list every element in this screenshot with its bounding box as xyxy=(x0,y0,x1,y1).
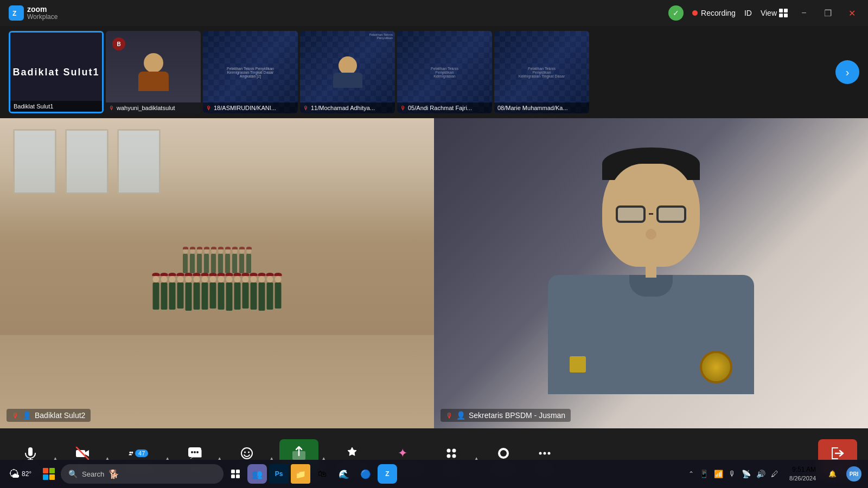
video-content-left xyxy=(0,118,434,428)
video-pane-left: 🎙 👤 Badiklat Sulut2 xyxy=(0,118,434,428)
mic-muted-icon: 🎙 xyxy=(303,105,309,111)
grid-cell xyxy=(779,9,783,12)
video-pane-right: 🎙 👤 Sekretaris BPSDM - Jusman xyxy=(434,118,868,428)
thumbnail-next-button[interactable]: › xyxy=(835,60,859,84)
glasses xyxy=(616,204,686,224)
video-person-icon: 👤 xyxy=(22,411,31,420)
volume-icon[interactable]: 🔊 xyxy=(756,470,765,478)
svg-point-24 xyxy=(548,452,551,455)
neck xyxy=(646,267,656,278)
thumbnail-item[interactable]: Pelatihan TeknisPenyidikanKeimigrasian T… xyxy=(494,31,589,113)
thumb-name: 08/Marie Muhammad/Ka... xyxy=(497,105,568,111)
thumb-name: 05/Andi Rachmat Fajri... xyxy=(408,105,472,111)
svg-point-17 xyxy=(452,449,456,453)
grid-cell xyxy=(779,14,783,17)
zoom-logo-sub: Workplace xyxy=(27,14,58,21)
weather-temp: 82° xyxy=(22,470,31,478)
video-sim-left xyxy=(0,118,434,428)
recording-dot xyxy=(692,10,698,16)
thumb-content: B xyxy=(106,31,201,113)
svg-point-7 xyxy=(130,452,131,453)
badge-icon xyxy=(700,351,732,383)
thumb-label: 🎙 05/Andi Rachmat Fajri... xyxy=(397,102,492,113)
task-view-button[interactable] xyxy=(226,464,245,484)
thumbnail-item[interactable]: Pelatihan TeknisPenyidikanKeimigrasian 🎙… xyxy=(397,31,492,113)
wifi-icon[interactable]: 📡 xyxy=(742,470,751,478)
thumb-content: Badiklat Sulut1 xyxy=(10,33,102,112)
id-badge[interactable]: ID xyxy=(744,9,752,17)
taskbar-ps-icon[interactable]: Ps xyxy=(269,464,289,484)
close-button[interactable]: ✕ xyxy=(844,5,859,21)
thumbnail-item[interactable]: Pelatihan Teknis PenyidikanKeimigrasian … xyxy=(203,31,298,113)
thumbnail-item[interactable]: Badiklat Sulut1 Badiklat Sulut1 xyxy=(9,31,104,113)
network-icon[interactable]: 📶 xyxy=(714,470,723,478)
svg-point-11 xyxy=(194,451,196,453)
svg-point-14 xyxy=(248,452,250,453)
windows-logo xyxy=(43,468,55,480)
participants-count: 47 xyxy=(135,450,148,457)
thumb-label: 🎙 18/ASMIRUDIN/KANI... xyxy=(203,102,298,113)
video-label-left: 🎙 👤 Badiklat Sulut2 xyxy=(7,409,91,422)
taskbar-extras: 🔔 PRI xyxy=(822,464,864,484)
thumb-label: 🎙 wahyuni_badiklatsulut xyxy=(106,102,201,113)
svg-point-16 xyxy=(447,449,451,453)
taskbar-search-box[interactable]: 🔍 Search 🐕 xyxy=(61,464,224,484)
restore-button[interactable]: ❐ xyxy=(820,5,835,21)
video-person-icon: 👤 xyxy=(456,411,465,420)
start-button[interactable] xyxy=(39,464,59,484)
video-content-right xyxy=(434,118,868,428)
language-button[interactable]: PRI xyxy=(844,464,864,484)
clock-date: 8/26/2024 xyxy=(789,474,816,483)
thumb-name: wahyuni_badiklatsulut xyxy=(117,105,175,111)
search-placeholder: Search xyxy=(82,470,104,478)
svg-rect-25 xyxy=(231,470,235,473)
logo-cell-red xyxy=(43,468,48,473)
mic-muted-icon: 🎙 xyxy=(446,412,453,420)
taskbar-clock[interactable]: 9:51 AM 8/26/2024 xyxy=(785,463,820,485)
taskbar-weather: 🌤 82° xyxy=(4,466,37,483)
taskbar-zoom-icon[interactable]: Z xyxy=(378,464,397,484)
svg-point-23 xyxy=(544,452,546,455)
taskbar-files-icon[interactable]: 📁 xyxy=(291,464,310,484)
thumbnail-item[interactable]: B 🎙 wahyuni_badiklatsulut xyxy=(106,31,201,113)
recording-label: Recording xyxy=(701,9,736,17)
grid-cell xyxy=(784,14,788,17)
tablet-mode-icon: 📱 xyxy=(699,470,709,478)
search-icon: 🔍 xyxy=(68,470,78,478)
chevron-up-icon[interactable]: ⌃ xyxy=(688,470,694,478)
svg-point-18 xyxy=(447,454,451,458)
person-head xyxy=(602,153,700,267)
taskbar-chrome-icon[interactable]: 🔵 xyxy=(356,464,375,484)
thumb-label: 08/Marie Muhammad/Ka... xyxy=(494,102,589,113)
system-tray: ⌃ 📱 📶 🎙 📡 🔊 🖊 xyxy=(684,467,783,480)
minimize-button[interactable]: − xyxy=(796,5,812,21)
thumbnail-item[interactable]: Pelatihan TeknisPenyidikan 🎙 11/Mochamad… xyxy=(300,31,395,113)
video-name: Badiklat Sulut2 xyxy=(35,411,85,420)
svg-point-22 xyxy=(539,452,542,455)
svg-text:Z: Z xyxy=(12,10,16,17)
thumb-label: 🎙 11/Mochamad Adhitya... xyxy=(300,102,395,113)
logo-cell-yellow xyxy=(49,474,55,480)
taskbar-edge-icon[interactable]: 🌊 xyxy=(334,464,354,484)
video-sim-right xyxy=(434,118,868,428)
view-button[interactable]: View xyxy=(761,9,788,17)
title-bar-right: ✓ Recording ID View − ❐ ✕ xyxy=(668,5,859,21)
video-label-right: 🎙 👤 Sekretaris BPSDM - Jusman xyxy=(441,409,571,422)
person-figure xyxy=(548,153,754,394)
zoom-logo: Z zoom Workplace xyxy=(9,5,58,21)
svg-point-10 xyxy=(191,451,193,453)
taskbar-store-icon[interactable]: 🛍 xyxy=(312,464,332,484)
svg-point-13 xyxy=(244,452,246,453)
microphone-icon[interactable]: 🎙 xyxy=(729,470,736,478)
thumbnail-strip: Badiklat Sulut1 Badiklat Sulut1 B 🎙 wahy… xyxy=(0,26,868,118)
notification-button[interactable]: 🔔 xyxy=(822,464,842,484)
title-bar: Z zoom Workplace ✓ Recording ID View − xyxy=(0,0,868,26)
search-dog-icon: 🐕 xyxy=(108,469,119,479)
thumb-name: Badiklat Sulut1 xyxy=(14,103,53,110)
pen-icon: 🖊 xyxy=(771,470,778,478)
windows-row xyxy=(0,129,434,194)
thumb-name: 11/Mochamad Adhitya... xyxy=(311,105,375,111)
taskbar-teams-icon[interactable]: 👥 xyxy=(247,464,267,484)
thumb-figure xyxy=(138,53,169,91)
mic-muted-icon: 🎙 xyxy=(12,412,19,420)
